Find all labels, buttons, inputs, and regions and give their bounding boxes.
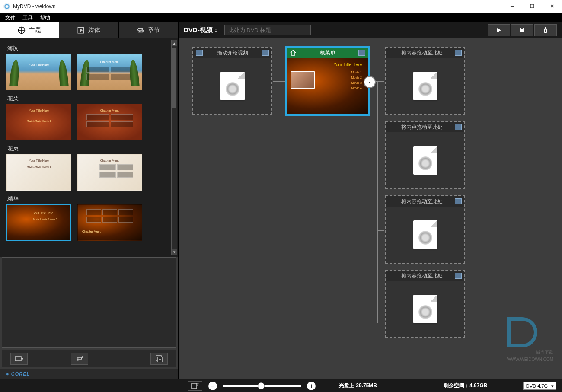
collapse-button[interactable]: ‹ xyxy=(364,76,376,88)
left-panel: 主题 媒体 章节 海滨 Your Title Here Chapter Menu xyxy=(0,22,179,379)
status-bar: − + 光盘上 29.75MB 剩余空间：4.67GB DVD 4.7G ▾ xyxy=(0,379,562,392)
drop-node[interactable]: 将内容拖动至此处 xyxy=(385,195,465,264)
maximize-button[interactable]: ☐ xyxy=(522,0,542,13)
video-placeholder-icon xyxy=(413,295,437,323)
home-icon xyxy=(290,49,297,56)
theme-thumbnail[interactable]: Chapter Menu xyxy=(77,104,142,140)
category-bouquet: 花束 xyxy=(6,143,172,154)
close-button[interactable]: ✕ xyxy=(542,0,562,13)
chapters-icon xyxy=(137,26,144,34)
window-title: MyDVD - weidown xyxy=(13,3,56,10)
drop-node[interactable]: 将内容拖动至此处 xyxy=(385,47,465,115)
category-flower: 花朵 xyxy=(6,93,172,104)
edit-button[interactable] xyxy=(188,381,202,391)
tab-theme[interactable]: 主题 xyxy=(0,22,59,38)
properties-icon[interactable] xyxy=(455,124,462,130)
drop-node[interactable]: 将内容拖动至此处 xyxy=(385,270,465,338)
theme-thumbnail-selected[interactable]: Your Title HereMovie 1 Movie 2 Movie 3 xyxy=(6,204,71,241)
remaining-space: 剩余空间：4.67GB xyxy=(444,382,487,389)
dvd-label: DVD-视频： xyxy=(184,26,219,34)
right-header: DVD-视频： xyxy=(179,22,562,38)
burn-button[interactable] xyxy=(534,24,557,36)
video-placeholder-icon xyxy=(413,72,437,100)
theme-icon xyxy=(18,26,26,34)
theme-thumbnail[interactable]: Chapter Menu xyxy=(77,204,142,241)
scrollbar-thumb[interactable] xyxy=(172,48,176,108)
svg-rect-3 xyxy=(15,357,21,361)
app-icon xyxy=(3,3,10,10)
window-controls: ─ ☐ ✕ xyxy=(502,0,562,13)
media-icon xyxy=(77,26,85,34)
video-placeholder-icon xyxy=(413,220,437,249)
titlebar: MyDVD - weidown ─ ☐ ✕ xyxy=(0,0,562,13)
menu-file[interactable]: 文件 xyxy=(3,13,18,22)
brand-bar: ● COREL xyxy=(0,369,178,379)
play-button[interactable] xyxy=(488,24,510,36)
preview-area xyxy=(2,257,176,348)
left-toolbar xyxy=(2,350,176,367)
properties-icon[interactable] xyxy=(455,273,462,279)
scroll-down-icon[interactable]: ▼ xyxy=(172,249,177,255)
video-placeholder-icon xyxy=(413,146,437,175)
repeat-button[interactable] xyxy=(71,353,88,365)
theme-thumbnail[interactable]: Your Title HereMovie 1 Movie 2 Movie 3 xyxy=(6,104,71,140)
right-panel: DVD-视频： 拖动介绍视频 xyxy=(179,22,562,379)
disc-usage: 光盘上 29.75MB xyxy=(339,382,377,389)
intro-node[interactable]: 拖动介绍视频 xyxy=(192,47,272,115)
tabs: 主题 媒体 章节 xyxy=(0,22,178,38)
root-menu-node[interactable]: 根菜单 Your Title Here Movie 1 Movie 2 Movi… xyxy=(285,46,370,116)
scrollbar[interactable]: ▲ ▼ xyxy=(171,40,177,255)
zoom-in-button[interactable]: + xyxy=(307,382,316,390)
scroll-up-icon[interactable]: ▲ xyxy=(172,40,177,46)
menu-help[interactable]: 帮助 xyxy=(37,13,53,22)
category-essence: 精华 xyxy=(6,193,172,204)
zoom-out-button[interactable]: − xyxy=(208,382,217,390)
disc-type-select[interactable]: DVD 4.7G ▾ xyxy=(523,382,556,390)
canvas[interactable]: 拖动介绍视频 根菜单 Your Title Here Movie 1 Movie… xyxy=(179,38,562,379)
svg-rect-6 xyxy=(192,383,197,389)
watermark: 微当下载 WWW.WEIDOWN.COM xyxy=(507,317,553,362)
save-button[interactable] xyxy=(511,24,533,36)
tab-media[interactable]: 媒体 xyxy=(59,22,118,38)
add-button[interactable] xyxy=(150,353,168,365)
video-placeholder-icon xyxy=(220,72,245,100)
theme-thumbnail[interactable]: Your Title Here xyxy=(6,54,71,90)
zoom-slider[interactable] xyxy=(223,385,301,387)
theme-thumbnail[interactable]: Chapter Menu xyxy=(77,154,142,191)
drop-node[interactable]: 将内容拖动至此处 xyxy=(385,121,465,189)
root-menu-preview: Your Title Here Movie 1 Movie 2 Movie 3 … xyxy=(287,58,368,114)
properties-icon[interactable] xyxy=(262,50,269,56)
import-button[interactable] xyxy=(10,353,28,365)
dvd-title-input[interactable] xyxy=(224,25,311,35)
properties-icon[interactable] xyxy=(455,50,462,56)
corel-logo: ● COREL xyxy=(6,371,30,376)
film-icon xyxy=(196,50,203,56)
menu-tools[interactable]: 工具 xyxy=(20,13,35,22)
zoom-handle[interactable] xyxy=(258,382,265,389)
menubar: 文件 工具 帮助 xyxy=(0,13,562,22)
properties-icon[interactable] xyxy=(358,50,365,56)
theme-list[interactable]: 海滨 Your Title Here Chapter Menu 花朵 Your … xyxy=(0,38,178,257)
theme-thumbnail[interactable]: Chapter Menu xyxy=(77,54,142,90)
theme-thumbnail[interactable]: Your Title HereMovie 1 Movie 2 Movie 3 xyxy=(6,154,71,191)
properties-icon[interactable] xyxy=(455,198,462,204)
tab-chapters[interactable]: 章节 xyxy=(119,22,178,38)
minimize-button[interactable]: ─ xyxy=(502,0,522,13)
category-beach: 海滨 xyxy=(6,43,172,54)
